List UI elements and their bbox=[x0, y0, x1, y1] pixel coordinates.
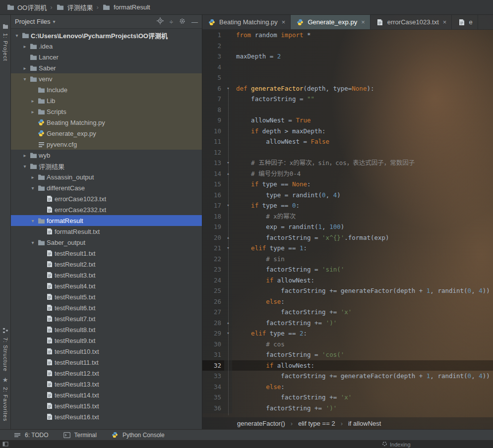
tree-item[interactable]: ▾formatResult bbox=[11, 215, 202, 226]
editor-tab[interactable]: Beating Matching.py× bbox=[202, 15, 291, 29]
code-line[interactable]: 4 bbox=[202, 62, 493, 73]
tree-item[interactable]: errorCase1023.txt bbox=[11, 193, 202, 204]
code-line[interactable]: 12 bbox=[202, 147, 493, 158]
tree-item[interactable]: testResult1.txt bbox=[11, 248, 202, 259]
tree-item[interactable]: ▾C:\Users\Lenovo\PycharmProjects\OO评测机 bbox=[11, 30, 202, 41]
code-line[interactable]: 9 allowNest = True bbox=[202, 115, 493, 126]
editor-tab[interactable]: Generate_exp.py× bbox=[291, 15, 370, 29]
tree-item[interactable]: ▾Saber_output bbox=[11, 237, 202, 248]
tree-item[interactable]: ▾评测结果 bbox=[11, 161, 202, 171]
code-line[interactable]: 29▾ elif type == 2: bbox=[202, 328, 493, 339]
tree-item[interactable]: Generate_exp.py bbox=[11, 128, 202, 139]
chevron-down-icon[interactable]: ▾ bbox=[13, 33, 21, 38]
breadcrumb-item[interactable]: 评测结果 bbox=[54, 2, 95, 12]
chevron-down-icon[interactable]: ▾ bbox=[53, 19, 56, 24]
close-icon[interactable]: × bbox=[361, 18, 365, 26]
code-line[interactable]: 15 if type == None: bbox=[202, 179, 493, 190]
code-line[interactable]: 19 exp = randint(1, 100) bbox=[202, 222, 493, 232]
tree-item[interactable]: testResult2.txt bbox=[11, 259, 202, 270]
tree-item[interactable]: Include bbox=[11, 84, 202, 95]
chevron-right-icon[interactable]: ▸ bbox=[21, 153, 29, 158]
tool-window-button[interactable]: 7: Structure bbox=[1, 326, 10, 372]
code-line[interactable]: 27 factorString += 'x' bbox=[202, 307, 493, 318]
tree-item[interactable]: testResult7.txt bbox=[11, 313, 202, 324]
chevron-right-icon[interactable]: ▸ bbox=[21, 44, 29, 49]
code-line[interactable]: 26 else: bbox=[202, 296, 493, 307]
tree-item[interactable]: ▸Assassin_output bbox=[11, 171, 202, 182]
tree-item[interactable]: testResult8.txt bbox=[11, 324, 202, 335]
tree-item[interactable]: pyvenv.cfg bbox=[11, 139, 202, 150]
tree-item[interactable]: ▸Scripts bbox=[11, 106, 202, 117]
tree-item[interactable]: ▾venv bbox=[11, 73, 202, 84]
tool-window-button[interactable]: 6: TODO bbox=[13, 432, 49, 439]
editor-breadcrumb-item[interactable]: generateFactor() bbox=[237, 420, 285, 427]
chevron-right-icon[interactable]: ▸ bbox=[29, 174, 37, 180]
close-icon[interactable]: × bbox=[443, 18, 447, 26]
tool-window-button[interactable]: Python Console bbox=[111, 432, 165, 439]
code-line[interactable]: 36 factorString += ')' bbox=[202, 403, 493, 414]
tree-item[interactable]: ▸wyb bbox=[11, 150, 202, 161]
tree-item[interactable]: Beating Matching.py bbox=[11, 117, 202, 128]
code-line[interactable]: 24 if allowNest: bbox=[202, 275, 493, 286]
locate-icon[interactable] bbox=[157, 17, 164, 26]
tool-window-button[interactable]: Terminal bbox=[62, 432, 97, 439]
chevron-down-icon[interactable]: ▾ bbox=[29, 185, 37, 191]
chevron-down-icon[interactable]: ▾ bbox=[21, 76, 29, 82]
editor-breadcrumb-item[interactable]: if allowNest bbox=[348, 420, 381, 427]
code-line[interactable]: 20▴ factorString = 'x^{}'.format(exp) bbox=[202, 232, 493, 243]
tree-item[interactable]: testResult6.txt bbox=[11, 302, 202, 313]
code-line[interactable]: 34 else: bbox=[202, 382, 493, 392]
code-line[interactable]: 11 allowNest = False bbox=[202, 136, 493, 147]
breadcrumb-item[interactable]: OO评测机 bbox=[4, 2, 49, 12]
tree-item[interactable]: testResult4.txt bbox=[11, 280, 202, 291]
tool-window-button[interactable]: ★2: Favorites bbox=[1, 376, 10, 421]
code-line[interactable]: 18 # x的幂次 bbox=[202, 211, 493, 222]
code-line[interactable]: 17▾ if type == 0: bbox=[202, 200, 493, 211]
editor-tab[interactable]: errorCase1023.txt× bbox=[370, 15, 452, 29]
chevron-right-icon[interactable]: ▸ bbox=[21, 65, 29, 71]
chevron-down-icon[interactable]: ▾ bbox=[29, 240, 37, 245]
tree-item[interactable]: testResult13.txt bbox=[11, 379, 202, 390]
tree-item[interactable]: ▸Saber bbox=[11, 62, 202, 73]
code-line[interactable]: 3maxDepth = 2 bbox=[202, 51, 493, 62]
tree-item[interactable]: ▾differentCase bbox=[11, 182, 202, 193]
tree-item[interactable]: testResult5.txt bbox=[11, 291, 202, 302]
code-line[interactable]: 2 bbox=[202, 41, 493, 52]
code-line[interactable]: 22 # sin bbox=[202, 254, 493, 265]
tree-item[interactable]: formatResult.txt bbox=[11, 226, 202, 237]
code-line[interactable]: 8 bbox=[202, 105, 493, 115]
tree-item[interactable]: testResult11.txt bbox=[11, 357, 202, 368]
tree-item[interactable]: Lancer bbox=[11, 52, 202, 62]
code-line[interactable]: 32 if allowNest: bbox=[202, 360, 493, 371]
code-line[interactable]: 14▴ # 编号分别为0-4 bbox=[202, 168, 493, 179]
code-line[interactable]: 13▾ # 五种因子：x的幂次，sin，cos，表达式因子，常数因子 bbox=[202, 158, 493, 168]
hide-panel-icon[interactable]: — bbox=[191, 17, 198, 26]
code-line[interactable]: 30 # cos bbox=[202, 339, 493, 350]
tree-item[interactable]: testResult16.txt bbox=[11, 411, 202, 422]
tree-item[interactable]: testResult14.txt bbox=[11, 390, 202, 400]
code-line[interactable]: 28▴ factorString += ')' bbox=[202, 318, 493, 329]
tree-item[interactable]: ▸Lib bbox=[11, 95, 202, 106]
breadcrumb-item[interactable]: formatResult bbox=[100, 3, 152, 11]
editor-tab[interactable]: e bbox=[452, 15, 478, 29]
code-line[interactable]: 1from random import * bbox=[202, 30, 493, 41]
tree-item[interactable]: testResult10.txt bbox=[11, 346, 202, 357]
code-line[interactable]: 23 factorString = 'sin(' bbox=[202, 264, 493, 275]
editor-breadcrumb-item[interactable]: elif type == 2 bbox=[298, 420, 335, 427]
code-editor[interactable]: 1from random import *23maxDepth = 2456▾d… bbox=[202, 30, 493, 417]
settings-gear-icon[interactable] bbox=[179, 17, 185, 26]
code-line[interactable]: 6▾def generateFactor(depth, type=None): bbox=[202, 83, 493, 94]
toolwindow-toggle-icon[interactable] bbox=[2, 441, 8, 447]
tree-item[interactable]: testResult9.txt bbox=[11, 335, 202, 346]
tree-item[interactable]: ▸.idea bbox=[11, 41, 202, 52]
chevron-right-icon[interactable]: ▸ bbox=[29, 109, 37, 114]
collapse-all-icon[interactable]: ÷ bbox=[170, 17, 173, 26]
tool-window-button[interactable]: 1: Project bbox=[1, 22, 10, 61]
code-line[interactable]: 21▾ elif type == 1: bbox=[202, 243, 493, 254]
tree-item[interactable]: testResult3.txt bbox=[11, 270, 202, 280]
close-icon[interactable]: × bbox=[282, 18, 286, 26]
code-line[interactable]: 31 factorString = 'cos(' bbox=[202, 349, 493, 360]
code-line[interactable]: 35 factorString += 'x' bbox=[202, 392, 493, 403]
code-line[interactable]: 5 bbox=[202, 72, 493, 83]
code-line[interactable]: 16 type = randint(0, 4) bbox=[202, 190, 493, 201]
